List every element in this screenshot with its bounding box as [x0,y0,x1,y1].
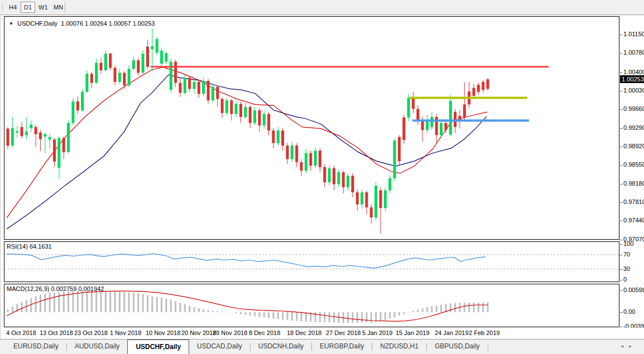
macd-label: MACD(12,26,9) 0.002759 0.001942 [7,285,104,292]
date-axis-label: 23 Oct 2018 [74,329,108,336]
date-axis-label: 24 Jan 2019 [435,329,469,336]
tab-scroll-right-icon[interactable]: ▸ [629,343,637,349]
date-axis[interactable]: 4 Oct 201813 Oct 201823 Oct 20181 Nov 20… [4,328,644,338]
rsi-chart[interactable] [4,242,619,282]
date-axis-label: 10 Nov 2018 [146,329,180,336]
rsi-axis-tick: 70 [620,251,630,258]
tab-scroll-left-icon[interactable]: ◂ [621,343,629,349]
current-price-box: 1.00253 [620,75,644,83]
price-axis-tick: 0.97810 [620,198,644,205]
price-axis-tick: 0.98180 [620,180,644,187]
date-axis-label: 4 Oct 2018 [6,329,36,336]
chart-ohlc-values: 1.00076 1.00264 1.00057 1.00253 [61,20,155,27]
price-axis-tick: 1.01150 [620,31,644,37]
candlestick-chart[interactable] [4,17,619,239]
toolbar-edge-fragment [0,2,3,12]
price-axis-tick: 1.00030 [620,87,644,94]
macd-indicator-panel[interactable]: MACD(12,26,9) 0.002759 0.001942 [4,284,619,327]
chart-dropdown-icon[interactable]: ▼ [9,21,13,26]
chart-tab-usdcnh[interactable]: USDCNH,Daily [251,340,311,354]
timeframe-button-h4[interactable]: H4 [6,2,20,13]
tab-scroll-arrows[interactable]: ◂▸ [621,343,637,349]
chart-tab-usdchf[interactable]: USDCHF,Daily [127,340,189,354]
date-axis-label: 27 Dec 2018 [326,329,361,336]
price-axis-tick: 0.98920 [620,143,644,149]
price-axis-tick: 0.98550 [620,161,644,168]
chart-tab-eurusd[interactable]: EURUSD,Daily [6,340,66,354]
date-axis-label: 15 Jan 2019 [396,329,430,336]
timeframe-button-mn[interactable]: MN [51,2,66,13]
rsi-axis-tick: 30 [620,265,630,272]
chart-tab-audusd[interactable]: AUDUSD,Daily [67,340,128,354]
timeframe-button-w1[interactable]: W1 [36,2,51,13]
price-chart-panel[interactable]: ▼ USDCHF,Daily 1.00076 1.00264 1.00057 1… [4,16,619,240]
date-axis-label: 18 Dec 2018 [287,329,321,336]
toolbar-separator [65,2,65,13]
chart-symbol: USDCHF,Daily [17,20,57,27]
price-axis-tick: 1.00780 [620,49,644,56]
date-axis-label: 29 Nov 2018 [213,329,247,336]
date-axis-label: 2 Feb 2019 [469,329,500,336]
date-axis-label: 8 Dec 2018 [249,329,280,336]
tab-separator [488,343,488,351]
timeframe-toolbar: H4D1W1MN [0,0,644,15]
date-axis-label: 1 Nov 2018 [110,329,141,336]
macd-axis-tick: 0.00 [620,308,635,315]
rsi-label: RSI(14) 64.1631 [7,243,52,250]
chart-workspace: ▼ USDCHF,Daily 1.00076 1.00264 1.00057 1… [0,16,644,339]
macd-axis-tick: 0.005985 [620,287,644,293]
price-axis-tick: 1.00400 [620,69,644,75]
price-axis-tick: 0.97440 [620,217,644,224]
date-axis-label: 13 Oct 2018 [40,329,73,336]
timeframe-button-d1[interactable]: D1 [21,2,35,13]
date-axis-label: 5 Jan 2019 [362,329,392,336]
rsi-axis-tick: 100 [620,240,633,247]
chart-tab-nzdusd[interactable]: NZDUSD,H1 [372,340,426,354]
chart-tab-eurgbp[interactable]: EURGBP,Daily [312,340,372,354]
price-axis-tick: 0.99660 [620,105,644,112]
price-axis-tick: 0.99290 [620,124,644,131]
chart-tab-gbpusd[interactable]: GBPUSD,Daily [427,340,488,354]
chart-tabbar: EURUSD,DailyAUDUSD,DailyUSDCHF,DailyUSDC… [0,339,644,354]
rsi-indicator-panel[interactable]: RSI(14) 64.1631 [4,241,619,282]
rsi-axis-tick: 0 [620,276,627,283]
date-axis-label: 20 Nov 2018 [181,329,216,336]
chart-tab-usdcad[interactable]: USDCAD,Daily [189,340,250,354]
chart-title: ▼ USDCHF,Daily 1.00076 1.00264 1.00057 1… [9,20,155,27]
